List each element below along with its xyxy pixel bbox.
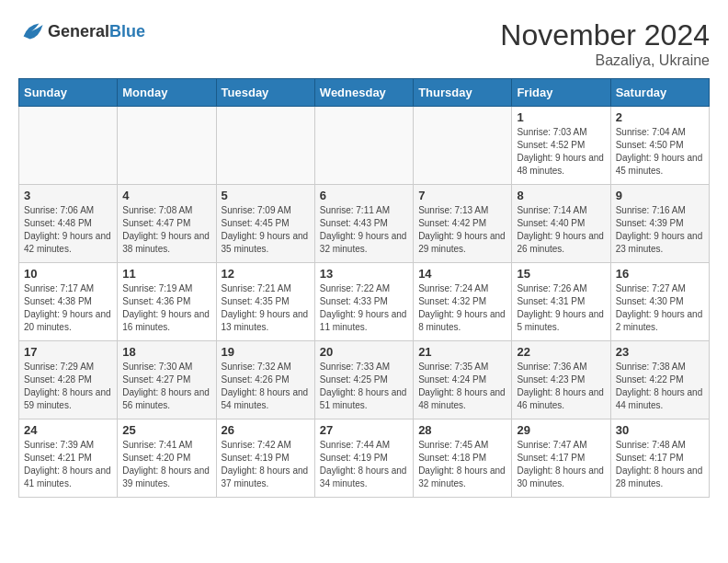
day-info: Sunrise: 7:14 AM Sunset: 4:40 PM Dayligh… — [517, 204, 605, 256]
calendar-cell: 2Sunrise: 7:04 AM Sunset: 4:50 PM Daylig… — [610, 107, 709, 185]
logo-icon — [18, 18, 44, 44]
day-number: 5 — [222, 189, 310, 202]
calendar-body: 1Sunrise: 7:03 AM Sunset: 4:52 PM Daylig… — [19, 107, 710, 498]
calendar-cell: 27Sunrise: 7:44 AM Sunset: 4:19 PM Dayli… — [314, 419, 413, 498]
day-info: Sunrise: 7:08 AM Sunset: 4:47 PM Dayligh… — [122, 204, 210, 256]
day-info: Sunrise: 7:21 AM Sunset: 4:35 PM Dayligh… — [222, 282, 310, 334]
calendar-cell: 26Sunrise: 7:42 AM Sunset: 4:19 PM Dayli… — [216, 419, 314, 498]
calendar-cell: 15Sunrise: 7:26 AM Sunset: 4:31 PM Dayli… — [512, 263, 610, 341]
calendar-cell: 21Sunrise: 7:35 AM Sunset: 4:24 PM Dayli… — [414, 341, 512, 419]
calendar-cell: 6Sunrise: 7:11 AM Sunset: 4:43 PM Daylig… — [314, 185, 413, 263]
day-number: 18 — [122, 345, 210, 359]
day-info: Sunrise: 7:45 AM Sunset: 4:18 PM Dayligh… — [418, 439, 506, 490]
day-number: 24 — [24, 423, 112, 437]
day-number: 3 — [24, 189, 112, 202]
calendar-cell: 9Sunrise: 7:16 AM Sunset: 4:39 PM Daylig… — [610, 185, 709, 263]
day-number: 26 — [222, 423, 310, 437]
calendar-cell: 7Sunrise: 7:13 AM Sunset: 4:42 PM Daylig… — [414, 185, 512, 263]
logo-blue: Blue — [109, 22, 145, 40]
day-info: Sunrise: 7:19 AM Sunset: 4:36 PM Dayligh… — [122, 282, 210, 334]
day-number: 13 — [320, 267, 408, 281]
calendar-cell: 18Sunrise: 7:30 AM Sunset: 4:27 PM Dayli… — [118, 341, 216, 419]
day-info: Sunrise: 7:13 AM Sunset: 4:42 PM Dayligh… — [418, 204, 506, 256]
weekday-header-cell: Friday — [512, 79, 610, 107]
weekday-header-cell: Wednesday — [314, 79, 413, 107]
day-info: Sunrise: 7:35 AM Sunset: 4:24 PM Dayligh… — [418, 361, 506, 412]
calendar-week-row: 17Sunrise: 7:29 AM Sunset: 4:28 PM Dayli… — [19, 341, 710, 419]
month-title: November 2024 — [500, 18, 710, 52]
calendar-week-row: 3Sunrise: 7:06 AM Sunset: 4:48 PM Daylig… — [19, 185, 710, 263]
calendar-cell: 30Sunrise: 7:48 AM Sunset: 4:17 PM Dayli… — [610, 419, 709, 498]
weekday-header-cell: Saturday — [610, 79, 709, 107]
calendar-cell: 28Sunrise: 7:45 AM Sunset: 4:18 PM Dayli… — [414, 419, 512, 498]
calendar-cell: 8Sunrise: 7:14 AM Sunset: 4:40 PM Daylig… — [512, 185, 610, 263]
calendar-cell — [216, 107, 314, 185]
calendar-cell — [19, 107, 118, 185]
day-info: Sunrise: 7:11 AM Sunset: 4:43 PM Dayligh… — [320, 204, 408, 256]
location-title: Bazaliya, Ukraine — [500, 52, 710, 69]
calendar-cell — [118, 107, 216, 185]
day-number: 22 — [517, 345, 605, 359]
day-info: Sunrise: 7:09 AM Sunset: 4:45 PM Dayligh… — [222, 204, 310, 256]
calendar-cell: 10Sunrise: 7:17 AM Sunset: 4:38 PM Dayli… — [19, 263, 118, 341]
day-info: Sunrise: 7:47 AM Sunset: 4:17 PM Dayligh… — [517, 439, 605, 490]
calendar-cell: 1Sunrise: 7:03 AM Sunset: 4:52 PM Daylig… — [512, 107, 610, 185]
weekday-header-cell: Thursday — [414, 79, 512, 107]
day-number: 27 — [320, 423, 408, 437]
day-info: Sunrise: 7:32 AM Sunset: 4:26 PM Dayligh… — [222, 361, 310, 412]
day-number: 11 — [122, 267, 210, 281]
day-number: 15 — [517, 267, 605, 281]
logo: GeneralBlue — [18, 18, 145, 44]
day-info: Sunrise: 7:04 AM Sunset: 4:50 PM Dayligh… — [616, 126, 704, 178]
day-number: 19 — [222, 345, 310, 359]
weekday-header-cell: Monday — [118, 79, 216, 107]
weekday-header-cell: Tuesday — [216, 79, 314, 107]
calendar-cell: 13Sunrise: 7:22 AM Sunset: 4:33 PM Dayli… — [314, 263, 413, 341]
day-number: 9 — [616, 189, 704, 202]
calendar-cell: 29Sunrise: 7:47 AM Sunset: 4:17 PM Dayli… — [512, 419, 610, 498]
calendar-cell: 5Sunrise: 7:09 AM Sunset: 4:45 PM Daylig… — [216, 185, 314, 263]
day-info: Sunrise: 7:29 AM Sunset: 4:28 PM Dayligh… — [24, 361, 112, 412]
day-number: 1 — [517, 110, 605, 124]
day-info: Sunrise: 7:17 AM Sunset: 4:38 PM Dayligh… — [24, 282, 112, 334]
day-info: Sunrise: 7:44 AM Sunset: 4:19 PM Dayligh… — [320, 439, 408, 490]
day-info: Sunrise: 7:26 AM Sunset: 4:31 PM Dayligh… — [517, 282, 605, 334]
day-info: Sunrise: 7:41 AM Sunset: 4:20 PM Dayligh… — [122, 439, 210, 490]
day-number: 14 — [418, 267, 506, 281]
day-number: 20 — [320, 345, 408, 359]
day-number: 10 — [24, 267, 112, 281]
calendar-cell: 20Sunrise: 7:33 AM Sunset: 4:25 PM Dayli… — [314, 341, 413, 419]
calendar-cell: 11Sunrise: 7:19 AM Sunset: 4:36 PM Dayli… — [118, 263, 216, 341]
day-info: Sunrise: 7:30 AM Sunset: 4:27 PM Dayligh… — [122, 361, 210, 412]
calendar-cell: 22Sunrise: 7:36 AM Sunset: 4:23 PM Dayli… — [512, 341, 610, 419]
weekday-header-row: SundayMondayTuesdayWednesdayThursdayFrid… — [19, 79, 710, 107]
header: GeneralBlue November 2024 Bazaliya, Ukra… — [18, 18, 710, 69]
calendar-week-row: 24Sunrise: 7:39 AM Sunset: 4:21 PM Dayli… — [19, 419, 710, 498]
day-info: Sunrise: 7:03 AM Sunset: 4:52 PM Dayligh… — [517, 126, 605, 178]
day-info: Sunrise: 7:42 AM Sunset: 4:19 PM Dayligh… — [222, 439, 310, 490]
day-info: Sunrise: 7:39 AM Sunset: 4:21 PM Dayligh… — [24, 439, 112, 490]
day-info: Sunrise: 7:36 AM Sunset: 4:23 PM Dayligh… — [517, 361, 605, 412]
day-number: 16 — [616, 267, 704, 281]
calendar-week-row: 1Sunrise: 7:03 AM Sunset: 4:52 PM Daylig… — [19, 107, 710, 185]
calendar-cell — [414, 107, 512, 185]
calendar-cell: 17Sunrise: 7:29 AM Sunset: 4:28 PM Dayli… — [19, 341, 118, 419]
day-info: Sunrise: 7:48 AM Sunset: 4:17 PM Dayligh… — [616, 439, 704, 490]
calendar-cell: 14Sunrise: 7:24 AM Sunset: 4:32 PM Dayli… — [414, 263, 512, 341]
day-number: 23 — [616, 345, 704, 359]
day-info: Sunrise: 7:38 AM Sunset: 4:22 PM Dayligh… — [616, 361, 704, 412]
day-info: Sunrise: 7:24 AM Sunset: 4:32 PM Dayligh… — [418, 282, 506, 334]
calendar-cell — [314, 107, 413, 185]
weekday-header-cell: Sunday — [19, 79, 118, 107]
day-number: 4 — [122, 189, 210, 202]
day-number: 12 — [222, 267, 310, 281]
calendar-table: SundayMondayTuesdayWednesdayThursdayFrid… — [18, 78, 710, 498]
calendar-cell: 4Sunrise: 7:08 AM Sunset: 4:47 PM Daylig… — [118, 185, 216, 263]
calendar-cell: 24Sunrise: 7:39 AM Sunset: 4:21 PM Dayli… — [19, 419, 118, 498]
day-info: Sunrise: 7:22 AM Sunset: 4:33 PM Dayligh… — [320, 282, 408, 334]
day-number: 2 — [616, 110, 704, 124]
day-info: Sunrise: 7:27 AM Sunset: 4:30 PM Dayligh… — [616, 282, 704, 334]
calendar-cell: 23Sunrise: 7:38 AM Sunset: 4:22 PM Dayli… — [610, 341, 709, 419]
day-number: 7 — [418, 189, 506, 202]
day-number: 25 — [122, 423, 210, 437]
